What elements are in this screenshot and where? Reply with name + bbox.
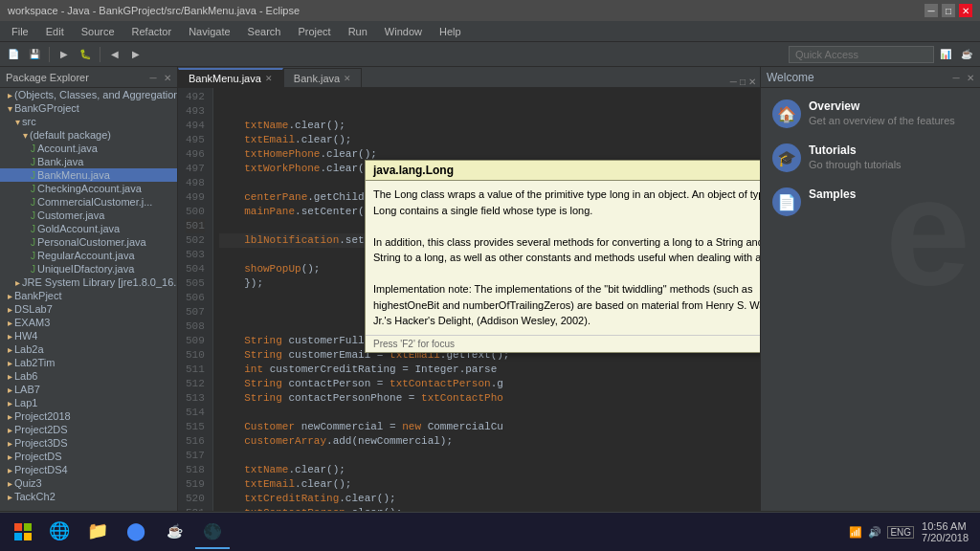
tree-item-unique[interactable]: J UniqueIDfactory.java	[0, 262, 177, 276]
titlebar-controls[interactable]: ─ □ ✕	[924, 4, 972, 17]
tree-item-quiz3[interactable]: ▸ Quiz3	[0, 476, 177, 490]
taskbar-eclipse[interactable]: 🌑	[195, 515, 230, 549]
taskbar-date: 7/20/2018	[922, 532, 969, 543]
tree-item-commercial[interactable]: J CommercialCustomer.j...	[0, 195, 177, 209]
tree-item-src[interactable]: ▾ src	[0, 115, 177, 128]
menu-file[interactable]: File	[4, 24, 36, 39]
tree-item-lab2tim[interactable]: ▸ Lab2Tim	[0, 356, 177, 369]
menubar: File Edit Source Refactor Navigate Searc…	[0, 21, 980, 42]
menu-run[interactable]: Run	[341, 24, 375, 39]
taskbar-ie[interactable]: 🌐	[42, 515, 77, 549]
tree-item-jre[interactable]: ▸ JRE System Library [jre1.8.0_16...]	[0, 276, 177, 289]
menu-project[interactable]: Project	[290, 24, 338, 39]
sys-tray: 📶 🔊 ENG	[849, 526, 914, 539]
tree-item-regular[interactable]: J RegularAccount.java	[0, 249, 177, 262]
tooltip-title: java.lang.Long	[366, 161, 760, 181]
start-button[interactable]	[4, 513, 42, 551]
welcome-tutorials[interactable]: 🎓 Tutorials Go through tutorials	[772, 143, 969, 172]
taskbar-apps: 🌐 📁 ⬤ ☕ 🌑	[42, 515, 230, 549]
tab-bank-close[interactable]: ✕	[344, 74, 351, 83]
tree-item-gold[interactable]: J GoldAccount.java	[0, 222, 177, 235]
toolbar-java[interactable]: ☕	[957, 45, 976, 64]
menu-navigate[interactable]: Navigate	[181, 24, 237, 39]
editor-controls: ─ □ ✕	[730, 77, 760, 87]
titlebar: workspace - Java - BankGProject/src/Bank…	[0, 0, 980, 21]
tree-item-bankpject[interactable]: ▸ BankPject	[0, 289, 177, 302]
tray-keyboard: ENG	[887, 526, 914, 539]
tree-item-customer[interactable]: J Customer.java	[0, 209, 177, 222]
tab-bankmenu-close[interactable]: ✕	[265, 74, 273, 83]
toolbar-save[interactable]: 💾	[25, 45, 44, 64]
quick-access-input[interactable]	[789, 46, 934, 63]
tooltip-line1: The Long class wraps a value of the prim…	[373, 187, 760, 218]
tree-item-lap1[interactable]: ▸ Lap1	[0, 396, 177, 409]
tree-item-account[interactable]: J Account.java	[0, 142, 177, 155]
menu-help[interactable]: Help	[432, 24, 469, 39]
overview-text: Overview Get an overview of the features	[809, 99, 955, 126]
minimize-button[interactable]: ─	[924, 4, 938, 17]
svg-rect-3	[24, 533, 32, 540]
tutorials-icon: 🎓	[772, 143, 801, 172]
tree-item-checking[interactable]: J CheckingAccount.java	[0, 182, 177, 195]
maximize-button[interactable]: □	[942, 4, 955, 17]
toolbar-perspective[interactable]: 📊	[936, 45, 955, 64]
welcome-close[interactable]: ✕	[967, 73, 974, 83]
toolbar-forward[interactable]: ▶	[126, 45, 145, 64]
code-area[interactable]: 492493494495496 497498499500 501 5025035…	[178, 88, 760, 511]
tooltip-body: The Long class wraps a value of the prim…	[366, 181, 760, 335]
menu-window[interactable]: Window	[377, 24, 430, 39]
taskbar-java[interactable]: ☕	[157, 515, 191, 549]
tree-item-projectds4[interactable]: ▸ ProjectDS4	[0, 463, 177, 476]
menu-search[interactable]: Search	[240, 24, 289, 39]
tutorials-desc: Go through tutorials	[809, 159, 902, 170]
main-layout: Package Explorer ─ ✕ ▸(Objects, Classes,…	[0, 67, 980, 511]
editor-minimize-btn[interactable]: ─	[730, 77, 737, 87]
tree-item-projectds[interactable]: ▸ ProjectDS	[0, 450, 177, 463]
tree-item-exam3[interactable]: ▸ EXAM3	[0, 316, 177, 329]
taskbar-chrome[interactable]: ⬤	[119, 515, 153, 549]
tree-item-taskch2[interactable]: ▸ TackCh2	[0, 490, 177, 503]
toolbar-back[interactable]: ◀	[105, 45, 124, 64]
toolbar-new[interactable]: 📄	[4, 45, 23, 64]
tree-item-lab7[interactable]: ▸ LAB7	[0, 383, 177, 396]
tree-item-hw4[interactable]: ▸ HW4	[0, 329, 177, 342]
pe-minimize-icon[interactable]: ─	[150, 73, 157, 83]
tab-bankmenu[interactable]: BankMenu.java ✕	[178, 68, 283, 87]
welcome-minimize[interactable]: ─	[953, 73, 960, 83]
overview-desc: Get an overview of the features	[809, 115, 955, 126]
menu-refactor[interactable]: Refactor	[124, 24, 180, 39]
welcome-overview[interactable]: 🏠 Overview Get an overview of the featur…	[772, 99, 969, 128]
toolbar-run[interactable]: ▶	[55, 45, 74, 64]
welcome-samples[interactable]: 📄 Samples	[772, 187, 969, 216]
tree-item-default-pkg[interactable]: ▾ (default package)	[0, 128, 177, 142]
pe-header: Package Explorer ─ ✕	[0, 67, 177, 88]
taskbar-right: 📶 🔊 ENG 10:56 AM 7/20/2018	[849, 520, 976, 543]
tree-item[interactable]: ▸(Objects, Classes, and Aggregation ...)	[0, 88, 177, 101]
tree-item-project3ds[interactable]: ▸ Project3DS	[0, 436, 177, 450]
editor-maximize-btn[interactable]: □	[740, 77, 746, 87]
tree-item-bankgproject[interactable]: ▾ BankGProject	[0, 101, 177, 115]
menu-edit[interactable]: Edit	[38, 24, 72, 39]
editor-close-btn[interactable]: ✕	[748, 77, 756, 87]
tree-item-bankmenu[interactable]: J BankMenu.java	[0, 168, 177, 182]
tooltip-line3: Implementation note: The implementations…	[373, 281, 760, 329]
menu-source[interactable]: Source	[74, 24, 122, 39]
tree-item-lab6[interactable]: ▸ Lab6	[0, 369, 177, 383]
tree-item-lab2a[interactable]: ▸ Lab2a	[0, 342, 177, 356]
tree-item-project2018[interactable]: ▸ Project2018	[0, 409, 177, 423]
tree-item-bank[interactable]: J Bank.java	[0, 155, 177, 168]
taskbar-explorer[interactable]: 📁	[80, 515, 115, 549]
pe-controls: ─ ✕	[150, 71, 171, 84]
pe-close-icon[interactable]: ✕	[164, 73, 171, 83]
package-explorer: Package Explorer ─ ✕ ▸(Objects, Classes,…	[0, 67, 178, 511]
tree-item-personal[interactable]: J PersonalCustomer.java	[0, 235, 177, 249]
titlebar-title: workspace - Java - BankGProject/src/Bank…	[8, 5, 300, 16]
svg-rect-1	[24, 523, 32, 531]
tree-item-project2ds[interactable]: ▸ Project2DS	[0, 423, 177, 436]
welcome-content: 🏠 Overview Get an overview of the featur…	[761, 88, 980, 511]
samples-title: Samples	[809, 187, 856, 201]
close-button[interactable]: ✕	[959, 4, 972, 17]
tab-bank[interactable]: Bank.java ✕	[283, 68, 362, 87]
tree-item-dslab7[interactable]: ▸ DSLab7	[0, 302, 177, 316]
toolbar-debug[interactable]: 🐛	[76, 45, 95, 64]
